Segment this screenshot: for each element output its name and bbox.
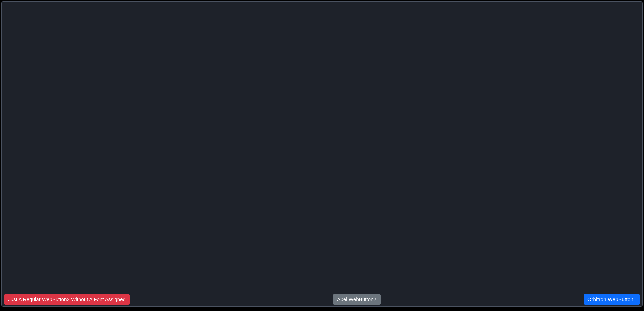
webbutton2[interactable]: Abel WebButton2 xyxy=(333,294,381,305)
main-panel: Just A Regular WebButton3 Without A Font… xyxy=(1,1,643,307)
webbutton3[interactable]: Just A Regular WebButton3 Without A Font… xyxy=(4,294,130,305)
webbutton1[interactable]: Orbitron WebButton1 xyxy=(584,294,640,305)
button-row: Just A Regular WebButton3 Without A Font… xyxy=(2,294,642,305)
